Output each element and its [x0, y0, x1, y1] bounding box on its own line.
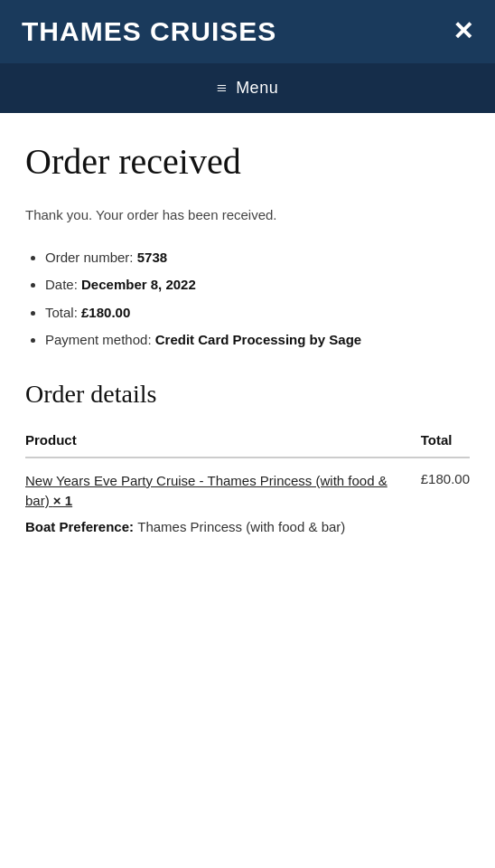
- order-date-item: Date: December 8, 2022: [45, 275, 470, 296]
- meta-label: Boat Preference:: [25, 519, 137, 534]
- site-title: THAMES CRUISES: [22, 16, 276, 47]
- thank-you-message: Thank you. Your order has been received.: [25, 205, 470, 226]
- total-value: £180.00: [81, 305, 130, 320]
- menu-label: Menu: [236, 79, 278, 98]
- product-meta: Boat Preference: Thames Princess (with f…: [25, 517, 403, 538]
- site-header: THAMES CRUISES ✕: [0, 0, 495, 63]
- table-header-row: Product Total: [25, 425, 470, 458]
- product-quantity: × 1: [53, 493, 72, 508]
- date-value: December 8, 2022: [81, 277, 196, 292]
- order-summary-list: Order number: 5738 Date: December 8, 202…: [25, 248, 470, 351]
- product-name: New Years Eve Party Cruise - Thames Prin…: [25, 473, 388, 509]
- hamburger-icon: ≡: [217, 78, 227, 99]
- total-label: Total:: [45, 305, 78, 320]
- product-cell: New Years Eve Party Cruise - Thames Prin…: [25, 458, 403, 542]
- order-table: Product Total New Years Eve Party Cruise…: [25, 425, 470, 542]
- payment-value: Credit Card Processing by Sage: [155, 332, 361, 347]
- col-total-header: Total: [403, 425, 470, 458]
- order-number-label: Order number:: [45, 250, 134, 265]
- payment-method-item: Payment method: Credit Card Processing b…: [45, 330, 470, 351]
- order-total-item: Total: £180.00: [45, 303, 470, 324]
- product-price: £180.00: [403, 458, 470, 542]
- table-row: New Years Eve Party Cruise - Thames Prin…: [25, 458, 470, 542]
- payment-label: Payment method:: [45, 332, 152, 347]
- order-number-value: 5738: [137, 250, 167, 265]
- close-icon[interactable]: ✕: [453, 19, 473, 44]
- order-number-item: Order number: 5738: [45, 248, 470, 269]
- nav-bar[interactable]: ≡ Menu: [0, 63, 495, 113]
- col-product-header: Product: [25, 425, 403, 458]
- order-details-title: Order details: [25, 380, 470, 409]
- page-title: Order received: [25, 140, 470, 184]
- meta-value: Thames Princess (with food & bar): [137, 519, 345, 534]
- date-label: Date:: [45, 277, 78, 292]
- main-content: Order received Thank you. Your order has…: [0, 113, 495, 577]
